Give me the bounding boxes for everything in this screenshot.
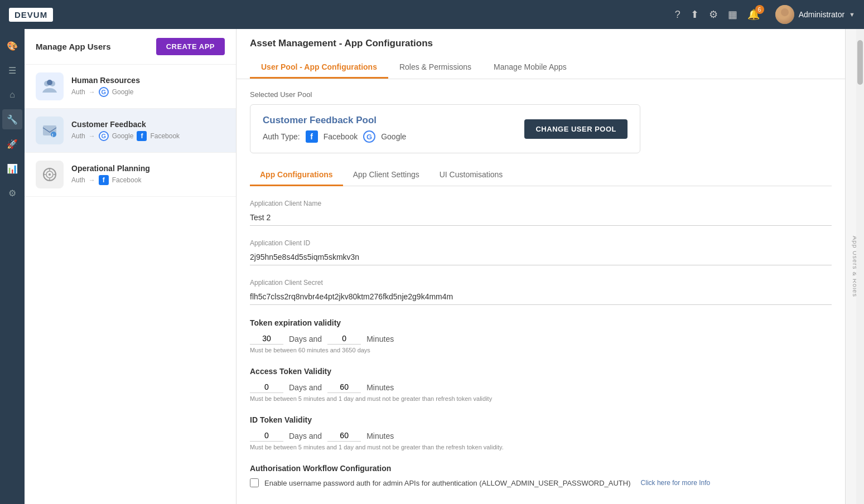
sidebar-icon-menu[interactable]: ☰ <box>2 60 22 80</box>
id-token-hint: Must be between 5 minutes and 1 day and … <box>250 444 832 450</box>
sub-tab-ui-customisations[interactable]: UI Customisations <box>429 164 513 186</box>
content-header: Asset Management - App Configurations Us… <box>236 29 845 79</box>
google-label-hr: Google <box>112 88 134 96</box>
sub-tab-app-configurations[interactable]: App Configurations <box>250 164 343 186</box>
pool-facebook-icon: f <box>306 130 318 143</box>
access-token-hint: Must be between 5 minutes and 1 day and … <box>250 395 832 402</box>
client-name-value: Test 2 <box>250 210 832 226</box>
main-layout: 🎨 ☰ ⌂ 🔧 🚀 📊 ⚙ Manage App Users CREATE AP… <box>0 29 864 504</box>
app-list-header: Manage App Users CREATE APP <box>25 29 236 65</box>
id-minutes-label: Minutes <box>366 432 394 440</box>
client-name-group: Application Client Name Test 2 <box>250 200 832 226</box>
tab-roles-permissions[interactable]: Roles & Permissions <box>388 57 482 79</box>
app-icon-customer-feedback: ! <box>36 117 64 144</box>
client-secret-label: Application Client Secret <box>250 279 832 287</box>
auth-workflow-section: Authorisation Workflow Configuration Ena… <box>250 464 832 487</box>
minutes-label: Minutes <box>366 335 394 343</box>
app-item-operational-planning[interactable]: Operational Planning Auth → f Facebook <box>25 153 236 197</box>
help-icon[interactable]: ? <box>675 9 680 21</box>
app-item-customer-feedback[interactable]: ! Customer Feedback Auth → G Google f Fa… <box>25 109 236 153</box>
app-auth-human-resources: Auth → G Google <box>71 87 225 97</box>
client-secret-value: flh5c7clss2rq8nvbr4e4pt2jkv80ktm276fkd5n… <box>250 289 832 305</box>
tab-user-pool-app-configs[interactable]: User Pool - App Configurations <box>250 57 388 79</box>
pool-facebook-label: Facebook <box>324 132 358 141</box>
pool-auth-label: Auth Type: <box>263 132 300 141</box>
content-panel: Asset Management - App Configurations Us… <box>236 29 845 504</box>
svg-text:!: ! <box>52 133 54 138</box>
client-id-value: 2j95hn5e8s4d5s5iqm5skmkv3n <box>250 249 832 265</box>
id-token-title: ID Token Validity <box>250 415 832 424</box>
avatar <box>775 5 794 24</box>
app-auth-customer-feedback: Auth → G Google f Facebook <box>71 131 225 141</box>
sidebar-icon-wrench[interactable]: 🔧 <box>2 109 22 129</box>
pool-name: Customer Feedback Pool <box>263 115 406 126</box>
user-menu[interactable]: Administrator ▼ <box>775 5 855 24</box>
sidebar-icon-chart[interactable]: 📊 <box>2 158 22 178</box>
access-token-minutes-input[interactable] <box>327 381 361 393</box>
google-label-cf: Google <box>112 132 134 140</box>
app-item-info-operational-planning: Operational Planning Auth → f Facebook <box>71 164 225 185</box>
tab-manage-mobile-apps[interactable]: Manage Mobile Apps <box>482 57 578 79</box>
sidebar-icon-palette[interactable]: 🎨 <box>2 36 22 56</box>
change-user-pool-button[interactable]: CHANGE USER POOL <box>524 119 628 139</box>
token-expiry-section: Token expiration validity Days and Minut… <box>250 318 832 353</box>
facebook-icon-cf: f <box>137 131 147 141</box>
token-expiry-minutes-input[interactable] <box>327 333 361 345</box>
allow-admin-auth-checkbox[interactable] <box>250 478 259 487</box>
content-body: Selected User Pool Customer Feedback Poo… <box>236 79 845 504</box>
page-title: Asset Management - App Configurations <box>250 38 832 49</box>
scrollbar-track[interactable] <box>856 29 864 504</box>
id-token-days-input[interactable] <box>250 430 283 442</box>
facebook-icon-op: f <box>99 175 109 185</box>
id-token-minutes-input[interactable] <box>327 430 361 442</box>
sidebar-icon-settings[interactable]: ⚙ <box>2 183 22 203</box>
token-expiry-row: Days and Minutes <box>250 333 832 345</box>
app-name-customer-feedback: Customer Feedback <box>71 120 225 129</box>
access-token-days-input[interactable] <box>250 381 283 393</box>
client-secret-group: Application Client Secret flh5c7clss2rq8… <box>250 279 832 305</box>
pool-auth-row: Auth Type: f Facebook G Google <box>263 130 406 143</box>
client-name-label: Application Client Name <box>250 200 832 207</box>
google-icon-hr: G <box>99 87 109 97</box>
create-app-button[interactable]: CREATE APP <box>156 38 225 55</box>
token-expiry-hint: Must be between 60 minutes and 3650 days <box>250 347 832 353</box>
days-and-label: Days and <box>289 335 322 343</box>
app-name-human-resources: Human Resources <box>71 76 225 85</box>
upload-icon[interactable]: ⬆ <box>691 8 699 21</box>
sub-tab-app-client-settings[interactable]: App Client Settings <box>343 164 429 186</box>
facebook-label-cf: Facebook <box>150 132 180 140</box>
auth-arrow-icon-op: → <box>89 176 95 184</box>
id-token-row: Days and Minutes <box>250 430 832 442</box>
notification-badge: 6 <box>755 5 764 14</box>
scrollbar-thumb[interactable] <box>857 40 863 85</box>
token-expiry-title: Token expiration validity <box>250 318 832 327</box>
notification-icon[interactable]: 🔔 6 <box>747 8 760 21</box>
google-icon-cf: G <box>99 131 109 141</box>
topnav: DEVUM ? ⬆ ⚙ ▦ 🔔 6 Administrator ▼ <box>0 0 864 29</box>
app-icon-human-resources <box>36 72 64 100</box>
access-token-row: Days and Minutes <box>250 381 832 393</box>
svg-point-8 <box>49 173 51 176</box>
app-list-title: Manage App Users <box>36 42 110 51</box>
right-sidebar: App Users & Roles <box>845 29 864 504</box>
pool-card: Customer Feedback Pool Auth Type: f Face… <box>250 104 640 153</box>
access-minutes-label: Minutes <box>366 383 394 392</box>
settings-icon[interactable]: ⚙ <box>709 8 718 21</box>
app-item-info-customer-feedback: Customer Feedback Auth → G Google f Face… <box>71 120 225 141</box>
sidebar-icon-home[interactable]: ⌂ <box>2 85 22 105</box>
grid-icon[interactable]: ▦ <box>728 8 737 21</box>
app-list-panel: Manage App Users CREATE APP Human Resour… <box>25 29 236 504</box>
app-item-human-resources[interactable]: Human Resources Auth → G Google <box>25 65 236 109</box>
app-icon-operational-planning <box>36 161 64 188</box>
token-expiry-days-input[interactable] <box>250 333 283 345</box>
access-token-section: Access Token Validity Days and Minutes M… <box>250 367 832 402</box>
access-token-title: Access Token Validity <box>250 367 832 376</box>
facebook-label-op: Facebook <box>112 176 142 184</box>
selected-pool-label: Selected User Pool <box>250 90 832 99</box>
logo[interactable]: DEVUM <box>9 8 53 22</box>
app-auth-operational-planning: Auth → f Facebook <box>71 175 225 185</box>
svg-point-2 <box>47 80 52 85</box>
info-link[interactable]: Click here for more Info <box>641 479 711 487</box>
sidebar-icon-rocket[interactable]: 🚀 <box>2 134 22 154</box>
user-dropdown-icon: ▼ <box>849 11 855 18</box>
